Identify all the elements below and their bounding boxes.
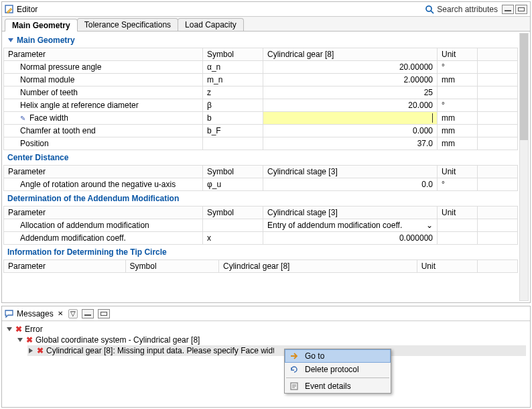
table-row: Position37.0mm: [4, 137, 518, 150]
details-icon: [289, 382, 300, 391]
section-header-tip-circle[interactable]: Information for Determining the Tip Circ…: [3, 245, 518, 259]
svg-line-2: [431, 11, 434, 13]
tab-tolerance-specifications[interactable]: Tolerance Specifications: [77, 18, 178, 31]
editor-pane: Editor Search attributes Main Geometry T…: [1, 1, 531, 303]
table-row: Addendum modification coeff.x0.000000: [4, 232, 518, 245]
messages-titlebar: Messages ✕ ▽: [2, 306, 530, 321]
menu-item-delete-protocol[interactable]: Delete protocol: [285, 363, 391, 376]
search-label: Search attributes: [437, 5, 498, 14]
value-cell[interactable]: 0.000000: [263, 232, 438, 245]
menu-item-goto[interactable]: Go to: [285, 349, 391, 363]
col-extra: [478, 48, 518, 61]
messages-title: Messages: [17, 309, 54, 318]
table-main-geometry: Parameter Symbol Cylindrical gear [8] Un…: [3, 48, 518, 150]
messages-icon: [5, 309, 14, 318]
table-addendum: ParameterSymbolCylindrical stage [3]Unit…: [3, 206, 518, 245]
value-cell[interactable]: 25: [263, 86, 438, 99]
chevron-down-icon: ⌄: [426, 221, 433, 230]
tree-row-node1[interactable]: ✖ Global coordinate system - Cylindrical…: [17, 335, 526, 345]
expand-icon[interactable]: [6, 326, 13, 333]
value-cell[interactable]: 20.000: [263, 99, 438, 112]
minimize-messages-button[interactable]: [82, 309, 94, 318]
tree-row-error[interactable]: ✖ Error: [6, 324, 526, 335]
table-row: Allocation of addendum modificationEntry…: [4, 219, 518, 232]
collapse-icon: [7, 37, 14, 44]
table-header-row: Parameter Symbol Cylindrical gear [8] Un…: [4, 48, 518, 61]
col-value[interactable]: Cylindrical gear [8]: [263, 48, 438, 61]
error-icon: ✖: [37, 346, 44, 355]
value-cell[interactable]: 37.0: [263, 137, 438, 150]
editor-tabs: Main Geometry Tolerance Specifications L…: [2, 17, 530, 32]
col-parameter[interactable]: Parameter: [4, 48, 203, 61]
value-cell[interactable]: 0.0: [263, 178, 438, 191]
section-title: Main Geometry: [17, 36, 75, 45]
tab-main-geometry[interactable]: Main Geometry: [5, 19, 78, 32]
editor-title: Editor: [17, 5, 38, 14]
context-menu: Go to Delete protocol Event details: [284, 349, 391, 394]
table-row: Chamfer at tooth endb_F0.000mm: [4, 125, 518, 137]
maximize-messages-button[interactable]: [98, 309, 110, 318]
error-label: Error: [25, 325, 43, 334]
value-cell[interactable]: 0.000: [263, 125, 438, 137]
tree-label: Global coordinate system - Cylindrical g…: [36, 335, 200, 345]
menu-label: Go to: [305, 351, 324, 361]
error-icon: ✖: [26, 335, 33, 345]
table-row: Normal pressure angleα_n20.00000°: [4, 61, 518, 74]
table-row: Angle of rotation around the negative u-…: [4, 178, 518, 191]
tree-row-node2[interactable]: ✖ Cylindrical gear [8]: Missing input da…: [27, 345, 526, 356]
tree-label: Cylindrical gear [8]: Missing input data…: [46, 346, 274, 355]
tab-load-capacity[interactable]: Load Capacity: [178, 18, 244, 31]
section-header-center-distance[interactable]: Center Distance: [3, 150, 518, 165]
table-center-distance: ParameterSymbolCylindrical stage [3]Unit…: [3, 165, 518, 191]
menu-label: Event details: [305, 382, 351, 391]
goto-icon: [289, 351, 300, 361]
refresh-icon: [289, 365, 300, 374]
scroll-thumb[interactable]: [520, 34, 528, 140]
error-icon: ✖: [15, 325, 22, 334]
face-width-input[interactable]: [263, 112, 438, 125]
editor-content: Main Geometry Parameter Symbol Cylindric…: [2, 32, 530, 302]
value-cell[interactable]: 20.00000: [263, 61, 438, 74]
editor-titlebar: Editor Search attributes: [2, 2, 530, 17]
view-menu-button[interactable]: ▽: [68, 309, 78, 318]
table-row-face-width: ✎Face widthb mm: [4, 112, 518, 125]
menu-item-event-details[interactable]: Event details: [285, 379, 391, 393]
value-cell[interactable]: 2.00000: [263, 74, 438, 86]
close-view-icon[interactable]: ✕: [58, 310, 63, 317]
messages-tree: ✖ Error ✖ Global coordinate system - Cyl…: [2, 321, 530, 359]
menu-label: Delete protocol: [305, 365, 359, 374]
search-attributes[interactable]: Search attributes: [425, 5, 498, 14]
minimize-button[interactable]: [502, 5, 514, 14]
table-row: Number of teethz25: [4, 86, 518, 99]
edit-icon: ✎: [20, 115, 27, 122]
table-tip-circle: ParameterSymbolCylindrical gear [8]Unit: [3, 259, 518, 273]
col-unit[interactable]: Unit: [438, 48, 478, 61]
scrollbar[interactable]: [519, 33, 529, 301]
table-row: Helix angle at reference diameterβ20.000…: [4, 99, 518, 112]
section-header-main-geometry[interactable]: Main Geometry: [3, 33, 518, 48]
expand-icon[interactable]: [17, 337, 23, 343]
editor-icon: [5, 5, 14, 14]
search-icon: [425, 5, 434, 14]
maximize-button[interactable]: [515, 5, 527, 14]
messages-pane: Messages ✕ ▽ ✖ Error ✖ Global coordinate…: [1, 306, 531, 408]
col-symbol[interactable]: Symbol: [203, 48, 263, 61]
section-header-addendum[interactable]: Determination of the Addendum Modificati…: [3, 191, 518, 206]
table-row: Normal modulem_n2.00000mm: [4, 74, 518, 86]
expand-icon[interactable]: [27, 347, 34, 354]
allocation-dropdown[interactable]: Entry of addendum modification coeff.⌄: [263, 219, 438, 232]
svg-point-1: [426, 6, 431, 11]
